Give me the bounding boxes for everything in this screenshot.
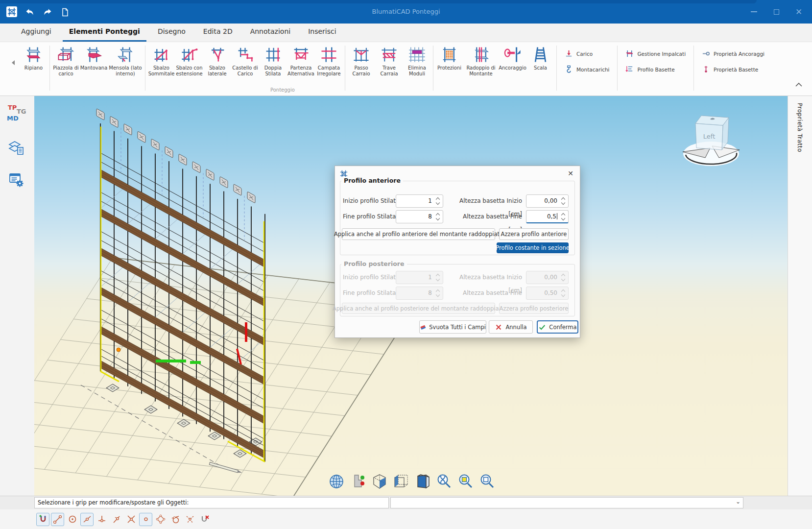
profilo-costante-button[interactable]: Profilo costante in sezione — [497, 242, 569, 253]
altezza-fine-posteriore-field: 0,50 — [526, 287, 569, 300]
ribbon-collapse-icon[interactable] — [795, 81, 802, 88]
ribbon-button-propriet-ancoraggi[interactable]: Proprietà Ancoraggi — [702, 49, 764, 58]
ribbon-button-profilo-basette[interactable]: Profilo Basette — [625, 65, 686, 73]
ribbon-button-castello-di-carico[interactable]: Castello di Carico — [231, 45, 259, 78]
confirm-check-icon — [538, 323, 546, 331]
zoom-previous-icon[interactable] — [478, 472, 496, 490]
profilo-posteriore-title: Profilo posteriore — [341, 260, 407, 267]
altezza-inizio-posteriore-field: 0,00 — [526, 271, 569, 284]
tab-annotazioni[interactable]: Annotazioni — [244, 24, 297, 42]
globe-view-icon[interactable] — [327, 472, 345, 490]
altezza-inizio-field[interactable]: 0,00 — [526, 194, 569, 208]
ribbon-tab-bar: AggiungiElementi PonteggiDisegnoEdita 2D… — [0, 24, 812, 42]
eraser-icon — [420, 323, 426, 331]
dialog-close-icon[interactable]: ✕ — [565, 168, 576, 178]
ancoraggio-icon — [503, 46, 522, 65]
close-window-button[interactable]: ✕ — [788, 2, 810, 22]
inizio-profilo-field[interactable]: 1 — [396, 194, 443, 208]
fine-profilo-field[interactable]: 8 — [396, 210, 443, 223]
montacarichi-icon — [565, 65, 573, 73]
wireframe-view-cube-icon[interactable] — [392, 472, 410, 490]
snap-nearest-icon[interactable] — [110, 513, 123, 526]
conferma-button[interactable]: Conferma — [537, 320, 578, 334]
snap-endpoint-icon[interactable] — [51, 513, 64, 526]
redo-button[interactable] — [41, 6, 54, 19]
navigation-cube[interactable]: Left — [680, 113, 743, 168]
chevron-down-icon[interactable]: ⌄ — [736, 498, 740, 505]
ribbon-button-doppia-stilata[interactable]: Doppia Stilata — [259, 45, 287, 78]
tab-disegno[interactable]: Disegno — [151, 24, 192, 42]
ribbon-button-sbalzo-laterale[interactable]: Sbalzo laterale — [203, 45, 231, 78]
tab-edita-2d[interactable]: Edita 2D — [197, 24, 239, 42]
undo-button[interactable] — [24, 6, 36, 19]
ribbon-button-label: Profilo Basette — [637, 67, 674, 72]
command-input[interactable]: ⌄ — [390, 497, 743, 508]
tab-proprieta-tratto[interactable]: Proprietà Tratto — [796, 103, 803, 152]
ribbon-button-scala[interactable]: Scala — [526, 45, 554, 72]
ribbon-button-mantovana[interactable]: Mantovana — [80, 45, 108, 72]
ribbon-button-mensola-lato-interno[interactable]: Mensola (lato interno) — [108, 45, 143, 78]
altezza-fine-field[interactable]: 0,5 — [526, 210, 569, 223]
ribbon-button-passo-carraio[interactable]: Passo Carraio — [347, 45, 375, 78]
protezioni-icon — [440, 46, 458, 65]
ribbon-button-partenza-alternativa[interactable]: Partenza Alternativa — [287, 45, 315, 78]
title-bar: BlumatiCAD Ponteggi ✕ — [0, 0, 812, 24]
ribbon-button-sbalzo-con-estensione[interactable]: Sbalzo con estensione — [175, 45, 203, 78]
applica-anteriore-button[interactable]: Applica anche al profilo anteriore del m… — [342, 228, 495, 240]
ribbon-button-label: Doppia Stilata — [260, 65, 287, 77]
ribbon-button-carico[interactable]: Carico — [565, 49, 609, 58]
ribbon-button-gestione-impalcati[interactable]: Gestione Impalcati — [625, 49, 686, 58]
ribbon-scroll-left-icon[interactable] — [11, 60, 16, 67]
ribbon-button-protezioni[interactable]: Protezioni — [435, 45, 463, 72]
ribbon-button-ripiano[interactable]: Ripiano — [20, 45, 48, 72]
fine-profilo-posteriore-field: 8 — [396, 287, 443, 300]
ribbon-small-group: Gestione ImpalcatiProfilo Basette — [620, 45, 692, 73]
scala-icon — [531, 46, 549, 65]
ribbon-button-montacarichi[interactable]: Montacarichi — [565, 65, 609, 73]
snap-node-icon[interactable] — [139, 513, 152, 526]
maximize-button[interactable] — [765, 2, 788, 22]
snap-none-icon[interactable] — [198, 513, 211, 526]
ribbon-group-divider — [49, 46, 50, 91]
snap-center-icon[interactable] — [66, 513, 79, 526]
ribbon-button-propriet-basette[interactable]: Proprietà Basette — [702, 65, 764, 73]
ribbon-group-divider — [433, 46, 433, 91]
ribbon-button-piazzola-di-carico[interactable]: Piazzola di carico — [52, 45, 80, 78]
layers-report-icon[interactable] — [8, 139, 26, 158]
azzera-anteriore-button[interactable]: Azzera profilo anteriore — [499, 228, 569, 240]
tp-tg-md-logo[interactable]: TP TG MD — [6, 103, 28, 125]
iso-view-cube-icon[interactable] — [370, 472, 388, 490]
snap-magnet-icon[interactable] — [36, 513, 49, 526]
view-toolbar — [327, 472, 496, 490]
ribbon-button-trave-carraia[interactable]: Trave Carraia — [375, 45, 403, 78]
ribbon-button-ancoraggio[interactable]: Ancoraggio — [499, 45, 526, 72]
profilo-dialog: ✕ Profilo anteriore Inizio profilo Stila… — [334, 166, 580, 338]
solid-view-icon[interactable] — [413, 472, 431, 490]
snap-tangent-icon[interactable] — [168, 513, 182, 526]
model-visibility-icon[interactable] — [349, 472, 367, 490]
report-settings-icon[interactable] — [8, 171, 26, 190]
snap-apparent-intersection-icon[interactable] — [183, 513, 196, 526]
zoom-extents-icon[interactable] — [435, 472, 453, 490]
snap-midpoint-icon[interactable] — [80, 513, 94, 526]
ribbon-button-elimina-moduli[interactable]: Elimina Moduli — [403, 45, 431, 78]
ribbon-button-sbalzo-sommitale[interactable]: Sbalzo Sommitale — [147, 45, 175, 78]
minimize-button[interactable] — [742, 2, 765, 22]
text-cursor — [557, 213, 557, 219]
new-document-icon[interactable] — [59, 6, 72, 19]
ribbon-button-label: Castello di Carico — [232, 65, 259, 77]
ribbon-button-radoppio-di-montante[interactable]: Radoppio di Montante — [463, 45, 499, 78]
snap-intersection-icon[interactable] — [124, 513, 138, 526]
ribbon-group-divider — [556, 46, 557, 91]
tab-aggiungi[interactable]: Aggiungi — [15, 24, 58, 42]
tab-inserisci[interactable]: Inserisci — [302, 24, 342, 42]
svuota-campi-button[interactable]: Svuota Tutti i Campi — [419, 320, 486, 334]
tab-elementi-ponteggi[interactable]: Elementi Ponteggi — [63, 24, 146, 42]
app-logo-icon — [6, 6, 19, 19]
snap-perpendicular-icon[interactable] — [95, 513, 108, 526]
snap-quadrant-icon[interactable] — [154, 513, 167, 526]
ribbon-button-campata-irregolare[interactable]: Campata Irregolare — [315, 45, 343, 78]
zoom-window-icon[interactable] — [456, 472, 475, 490]
ribbon-button-label: Protezioni — [437, 65, 461, 71]
annulla-button[interactable]: Annulla — [489, 320, 533, 334]
